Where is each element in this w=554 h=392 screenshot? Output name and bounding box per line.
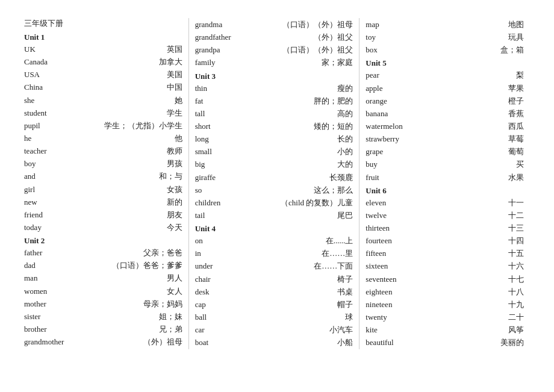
vocab-chinese: 十七 bbox=[420, 273, 524, 285]
vocab-english: fat bbox=[195, 95, 249, 107]
vocab-row: toy玩具 bbox=[366, 31, 524, 43]
vocab-chinese: 教师 bbox=[78, 145, 182, 157]
vocab-english: grandfather bbox=[195, 31, 249, 43]
vocab-english: UK bbox=[24, 43, 78, 55]
vocab-row: under在……下面 bbox=[195, 260, 353, 272]
vocab-row: pupil学生；（尤指）小学生 bbox=[24, 120, 182, 132]
vocab-row: giraffe长颈鹿 bbox=[195, 172, 353, 184]
vocab-chinese: 矮的；短的 bbox=[249, 120, 353, 132]
vocab-chinese: 男孩 bbox=[78, 158, 182, 170]
vocab-english: short bbox=[195, 120, 249, 132]
vocab-row: boy男孩 bbox=[24, 158, 182, 170]
vocab-row: small小的 bbox=[195, 146, 353, 158]
vocab-chinese: （口语）（外）祖父 bbox=[249, 44, 353, 56]
vocab-row: mother母亲；妈妈 bbox=[24, 298, 182, 310]
vocab-chinese: （口语）（外）祖母 bbox=[249, 19, 353, 31]
vocab-chinese: 草莓 bbox=[420, 133, 524, 145]
vocab-row: pear梨 bbox=[366, 69, 524, 81]
vocab-english: thirteen bbox=[366, 222, 420, 234]
vocab-chinese: 高的 bbox=[249, 108, 353, 120]
vocab-chinese: 十八 bbox=[420, 286, 524, 298]
vocab-row: grandmother（外）祖母 bbox=[24, 336, 182, 348]
vocab-english: and bbox=[24, 170, 78, 182]
vocab-english: sixteen bbox=[366, 260, 420, 272]
vocab-row: twenty二十 bbox=[366, 311, 524, 323]
vocab-english: in bbox=[195, 247, 249, 260]
vocab-english: women bbox=[24, 285, 78, 297]
unit-title: Unit 6 bbox=[366, 186, 524, 196]
vocab-row: USA美国 bbox=[24, 69, 182, 81]
vocab-english: under bbox=[195, 260, 249, 272]
vocab-chinese: 风筝 bbox=[420, 324, 524, 336]
vocab-chinese: 男人 bbox=[78, 272, 182, 284]
vocab-row: watermelon西瓜 bbox=[366, 120, 524, 132]
vocab-english: Canada bbox=[24, 56, 78, 68]
vocab-chinese: 水果 bbox=[420, 172, 524, 184]
vocab-chinese: 英国 bbox=[78, 43, 182, 55]
vocab-english: eleven bbox=[366, 197, 420, 209]
vocab-english: grandmother bbox=[24, 336, 78, 348]
main-layout: 三年级下册 Unit 1UK英国Canada加拿大USA美国China中国she… bbox=[24, 18, 530, 349]
vocab-english: seventeen bbox=[366, 273, 420, 285]
vocab-chinese: 小汽车 bbox=[249, 324, 353, 336]
page-title: 三年级下册 bbox=[24, 18, 182, 29]
vocab-row: and和；与 bbox=[24, 170, 182, 182]
vocab-chinese: 橙子 bbox=[420, 95, 524, 107]
vocab-chinese: 兄；弟 bbox=[78, 323, 182, 335]
vocab-english: beautiful bbox=[366, 337, 420, 349]
vocab-chinese: 西瓜 bbox=[420, 120, 524, 132]
vocab-english: mother bbox=[24, 298, 78, 310]
vocab-english: boat bbox=[195, 337, 249, 349]
vocab-row: new新的 bbox=[24, 196, 182, 208]
vocab-row: teacher教师 bbox=[24, 145, 182, 157]
vocab-english: pear bbox=[366, 69, 420, 81]
vocab-english: tall bbox=[195, 108, 249, 120]
vocab-chinese: 地图 bbox=[420, 19, 524, 31]
vocab-row: father父亲；爸爸 bbox=[24, 247, 182, 259]
vocab-chinese: 加拿大 bbox=[78, 56, 182, 68]
vocab-row: friend朋友 bbox=[24, 209, 182, 221]
vocab-english: chair bbox=[195, 273, 249, 285]
vocab-chinese: 女孩 bbox=[78, 184, 182, 196]
vocab-english: desk bbox=[195, 286, 249, 298]
vocab-chinese: 美丽的 bbox=[420, 337, 524, 349]
vocab-english: thin bbox=[195, 82, 249, 95]
vocab-english: fourteen bbox=[366, 235, 420, 247]
vocab-row: China中国 bbox=[24, 81, 182, 93]
vocab-row: grape葡萄 bbox=[366, 146, 524, 158]
vocab-chinese: 大的 bbox=[249, 158, 353, 170]
vocab-chinese: 盒；箱 bbox=[420, 44, 524, 56]
vocab-chinese: 十一 bbox=[420, 197, 524, 209]
vocab-english: orange bbox=[366, 95, 420, 107]
vocab-row: dad（口语）爸爸；爹爹 bbox=[24, 260, 182, 272]
unit-title: Unit 2 bbox=[24, 236, 182, 246]
vocab-row: short矮的；短的 bbox=[195, 120, 353, 132]
vocab-chinese: 小的 bbox=[249, 146, 353, 158]
vocab-row: student学生 bbox=[24, 107, 182, 119]
vocab-english: fruit bbox=[366, 172, 420, 184]
vocab-row: eighteen十八 bbox=[366, 286, 524, 298]
vocab-row: nineteen十九 bbox=[366, 299, 524, 311]
vocab-english: kite bbox=[366, 324, 420, 336]
vocab-row: family家；家庭 bbox=[195, 57, 353, 69]
vocab-chinese: 朋友 bbox=[78, 209, 182, 221]
vocab-english: boy bbox=[24, 158, 78, 170]
vocab-chinese: 椅子 bbox=[249, 273, 353, 285]
vocab-english: car bbox=[195, 324, 249, 336]
vocab-english: grandma bbox=[195, 19, 249, 31]
vocab-chinese: （口语）爸爸；爹爹 bbox=[78, 260, 182, 272]
vocab-chinese: 在……下面 bbox=[249, 260, 353, 272]
vocab-row: twelve十二 bbox=[366, 210, 524, 222]
vocab-chinese: 十二 bbox=[420, 210, 524, 222]
vocab-english: map bbox=[366, 19, 420, 31]
vocab-chinese: 姐；妹 bbox=[78, 311, 182, 323]
vocab-row: fifteen十五 bbox=[366, 247, 524, 260]
vocab-row: man男人 bbox=[24, 272, 182, 284]
vocab-chinese: （child 的复数）儿童 bbox=[249, 197, 353, 209]
vocab-english: long bbox=[195, 133, 249, 145]
vocab-chinese: 玩具 bbox=[420, 31, 524, 43]
vocab-english: small bbox=[195, 146, 249, 158]
vocab-english: strawberry bbox=[366, 133, 420, 145]
vocab-chinese: 瘦的 bbox=[249, 82, 353, 95]
vocab-english: big bbox=[195, 158, 249, 170]
